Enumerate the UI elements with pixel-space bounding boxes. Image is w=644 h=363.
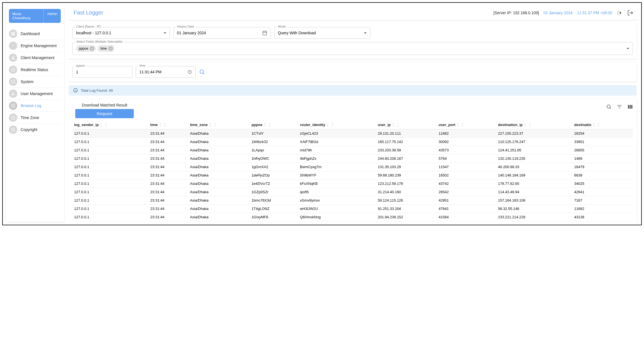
svg-point-33 xyxy=(398,123,398,124)
table-row[interactable]: 127.0.0.123:31:44Asia/Dhaka1GZp0SZrqioft… xyxy=(72,188,633,196)
columns-icon[interactable] xyxy=(627,104,633,110)
sidebar-item-system[interactable]: System xyxy=(9,76,61,88)
sidebar-item-dashboard[interactable]: Dashboard xyxy=(9,28,61,40)
table-cell: 233.221.214.228 xyxy=(496,213,572,221)
engine-icon xyxy=(9,42,17,50)
mode-label: Mode xyxy=(277,25,287,28)
column-time[interactable]: time xyxy=(149,120,188,129)
theme-toggle-icon[interactable] xyxy=(617,10,623,16)
table-cell: 157.164.183.108 xyxy=(496,196,572,205)
chip-remove-icon[interactable]: ✕ xyxy=(90,46,94,51)
sidebar-item-engine[interactable]: Engine Management xyxy=(9,40,61,52)
table-row[interactable]: 127.0.0.123:31:44Asia/Dhaka1bmc76X3dxGmv… xyxy=(72,196,633,205)
column-user_port[interactable]: user_port xyxy=(437,120,496,129)
header-time: 11.51.37 PM +06:00 xyxy=(577,11,613,15)
search-button[interactable] xyxy=(199,69,205,75)
table-cell: 1dePjvZOp xyxy=(250,171,298,180)
svg-point-41 xyxy=(529,126,530,127)
column-destination_ip[interactable]: destination_ip xyxy=(496,120,572,129)
svg-point-0 xyxy=(13,45,14,46)
pppoe-input-field[interactable]: pppoe xyxy=(72,66,132,78)
column-log_sender_ip[interactable]: log_sender_ip xyxy=(72,120,149,129)
table-cell: 1GZp0SZr xyxy=(250,188,298,196)
sidebar-item-realtime[interactable]: Realtime Status xyxy=(9,64,61,76)
pppoe-input[interactable] xyxy=(76,70,129,74)
content-scroll[interactable]: Client [Name - IP] localhost - 127.0.0.1… xyxy=(69,23,638,222)
nav-label: System xyxy=(21,79,34,84)
history-date-input[interactable]: History Date 01 January 2024 xyxy=(173,27,271,39)
table-row[interactable]: 127.0.0.123:31:44Asia/Dhaka1dePjvZOpSh9b… xyxy=(72,171,633,180)
user-chip: Musa Chowdhury Admin xyxy=(9,9,61,23)
filter-icon[interactable] xyxy=(617,104,622,110)
multi-select-fields[interactable]: Select Fields (Multiple Selectable) pppo… xyxy=(72,42,633,55)
time-input[interactable] xyxy=(139,70,185,74)
banner-text: Total Log Found: 40 xyxy=(81,88,113,93)
table-cell: Asia/Dhaka xyxy=(188,188,250,196)
svg-point-34 xyxy=(398,124,398,125)
request-button[interactable]: Request xyxy=(75,109,134,118)
system-icon xyxy=(9,78,17,86)
table-row[interactable]: 127.0.0.123:31:44Asia/Dhaka1i1IUuJB6gJLv… xyxy=(72,221,633,222)
table-row[interactable]: 127.0.0.123:31:44Asia/Dhaka1W8srk32XAtF7… xyxy=(72,138,633,146)
table-cell: 40.200.88.33 xyxy=(496,163,572,171)
client-select[interactable]: Client [Name - IP] localhost - 127.0.0.1 xyxy=(72,27,170,39)
table-header-row: log_sender_iptimetime_zonepppoerouter_id… xyxy=(72,120,633,129)
svg-point-29 xyxy=(269,126,270,127)
table-cell: 28254 xyxy=(573,129,633,138)
svg-point-31 xyxy=(332,124,333,125)
table-cell: 123.212.59.178 xyxy=(376,180,437,188)
sidebar-item-timezone[interactable]: Time Zone xyxy=(9,112,61,124)
sidebar-item-browselog[interactable]: Browse Log xyxy=(9,100,61,112)
chip-remove-icon[interactable]: ✕ xyxy=(108,46,113,51)
table-row[interactable]: 127.0.0.123:31:44Asia/Dhaka1e4DVcrTZkFsX… xyxy=(72,180,633,188)
nav-label: Time Zone xyxy=(21,115,39,120)
mode-select[interactable]: Mode Query With Download xyxy=(274,27,370,39)
svg-rect-10 xyxy=(263,31,267,35)
table-cell: 23:31:44 xyxy=(149,163,188,171)
svg-point-43 xyxy=(598,124,599,125)
table-cell: 127.0.0.1 xyxy=(72,188,149,196)
svg-point-37 xyxy=(462,124,463,125)
svg-point-26 xyxy=(215,126,215,127)
table-tools xyxy=(606,104,633,110)
table-search-icon[interactable] xyxy=(606,104,612,110)
table-row[interactable]: 127.0.0.123:31:44Asia/Dhaka1gGmXA2BwmCpx… xyxy=(72,163,633,171)
sidebar-item-copyright[interactable]: Copyright xyxy=(9,124,61,135)
sidebar-item-client[interactable]: Client Management xyxy=(9,52,61,64)
table-row[interactable]: 127.0.0.123:31:44Asia/Dhaka1GIxyMF6Q6Hms… xyxy=(72,213,633,221)
nav-label: User Management xyxy=(21,91,53,96)
column-time_zone[interactable]: time_zone xyxy=(188,120,250,129)
table-cell: 34025 xyxy=(573,180,633,188)
table-cell: wH3lJW2U xyxy=(298,205,376,213)
sidebar-item-usermgmt[interactable]: User Management xyxy=(9,88,61,100)
table-cell: 1T4gLONZ xyxy=(250,205,298,213)
logout-icon[interactable] xyxy=(627,10,633,16)
filter-card: Client [Name - IP] localhost - 127.0.0.1… xyxy=(69,23,637,59)
main: Fast Logger [Server IP: 192.168.0.109] 0… xyxy=(69,6,638,222)
app-title: Fast Logger xyxy=(74,9,103,16)
column-pppoe[interactable]: pppoe xyxy=(250,120,298,129)
clock-icon xyxy=(188,69,192,74)
column-router_identity[interactable]: router_identity xyxy=(298,120,376,129)
table-cell: zGjeCL423 xyxy=(298,129,376,138)
table-cell: 11682 xyxy=(573,205,633,213)
table-cell: Asia/Dhaka xyxy=(188,146,250,154)
table-row[interactable]: 127.0.0.123:31:44Asia/Dhaka1T4gLONZwH3lJ… xyxy=(72,205,633,213)
table-cell: 1W8srk32 xyxy=(250,138,298,146)
client-value: localhost - 127.0.0.1 xyxy=(76,31,111,35)
table-cell: gJLvRp xyxy=(298,221,376,222)
column-destinatio[interactable]: destinatio xyxy=(573,120,633,129)
svg-point-4 xyxy=(12,92,13,93)
table-row[interactable]: 127.0.0.123:31:44Asia/Dhaka1hfhyOWC4bPgp… xyxy=(72,154,633,163)
download-area: Download Matched Result Request xyxy=(75,103,134,118)
column-user_ip[interactable]: user_ip xyxy=(376,120,437,129)
chip-pppoe: pppoe✕ xyxy=(76,45,96,52)
multi-label: Select Fields (Multiple Selectable) xyxy=(75,40,124,43)
table-cell: 127.0.0.1 xyxy=(72,154,149,163)
svg-point-5 xyxy=(13,93,14,94)
svg-rect-17 xyxy=(631,105,632,108)
table-row[interactable]: 127.0.0.123:31:44Asia/Dhaka1LApqomId79h2… xyxy=(72,146,633,154)
nav-label: Copyright xyxy=(21,127,37,132)
table-row[interactable]: 127.0.0.123:31:44Asia/Dhaka1CTvtYzGjeCL4… xyxy=(72,129,633,138)
time-input-field[interactable]: time xyxy=(136,66,196,78)
